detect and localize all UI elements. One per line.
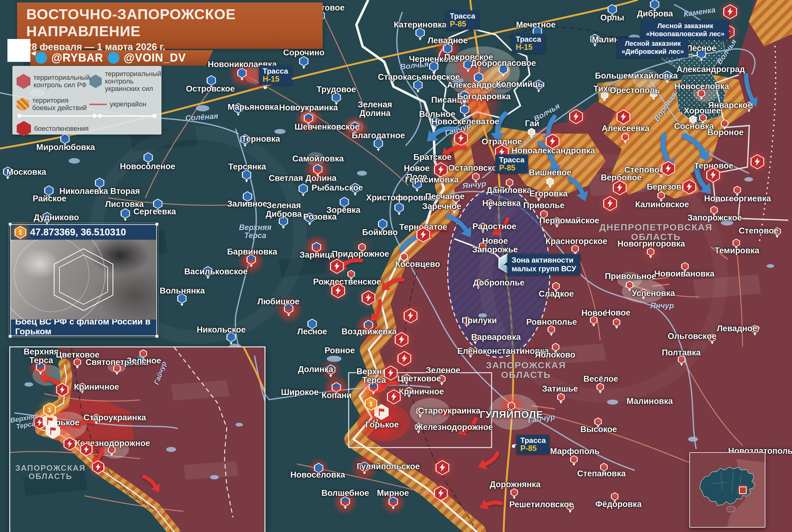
channels-bar: @RYBAR @VOIN_DV (30, 50, 213, 65)
ru-control-icon (17, 74, 30, 89)
badge-number: 1 (15, 226, 26, 239)
fortified-line-icon (89, 103, 107, 105)
legend-item-ru-control: территориальный контроль сил РФ (17, 70, 89, 93)
photo-coordinates: 47.873369, 36.510310 (30, 227, 126, 238)
photo-inset-card: 1 47.873369, 36.510310 Боец ВС РФ с флаг… (10, 224, 157, 336)
detail-inset-map: Верхняя ТерсаЦветковоеСвятопетровкаЗелен… (9, 346, 265, 532)
photo-image (11, 240, 156, 320)
map-wdot (264, 86, 267, 89)
channel-handle-voindv[interactable]: @VOIN_DV (124, 51, 186, 64)
legend-item-combat-zone: территория боевых действий (17, 97, 89, 112)
numbered-badge-icon: 1 (15, 226, 26, 239)
map-screenshot: БерестовоеКатериновкаСорочиноНовониколае… (0, 0, 792, 532)
clash-icon (17, 121, 31, 136)
map-wdot (506, 165, 509, 168)
telegram-icon (108, 52, 119, 64)
legend-label: укрепрайон (110, 100, 146, 108)
legend-label: территориальный контроль сил РФ (33, 74, 90, 89)
legend-scale-line (18, 115, 156, 117)
combat-zone-icon (17, 97, 29, 111)
map-wdot (512, 444, 515, 448)
target-hexagon-overlay (50, 247, 117, 312)
current-map-extent-square (739, 487, 746, 494)
title-block: ВОСТОЧНО-ЗАПОРОЖСКОЕ НАПРАВЛЕНИЕ 28 февр… (17, 2, 323, 49)
ua-control-icon (89, 75, 102, 88)
channel-handle-rybar[interactable]: @RYBAR (51, 51, 103, 64)
map-salient (357, 403, 410, 441)
legend-label: территориальный контроль украинских сил (105, 70, 161, 93)
photo-caption: Боец ВС РФ с флагом России в Горьком (11, 320, 156, 334)
legend-item-clashes: боестолкновения (17, 121, 157, 136)
photo-header: 1 47.873369, 36.510310 (11, 225, 156, 240)
legend-label: территория боевых действий (32, 97, 89, 112)
inset-map-canvas (10, 347, 265, 532)
legend-item-ua-control: территориальный контроль украинских сил (89, 70, 161, 93)
page-title: ВОСТОЧНО-ЗАПОРОЖСКОЕ НАПРАВЛЕНИЕ (26, 5, 323, 40)
qr-code (9, 40, 29, 61)
ukraine-locator-map (689, 452, 766, 528)
map-legend: территориальный контроль сил РФ территор… (12, 66, 162, 135)
legend-label: боестолкновения (34, 125, 89, 132)
legend-item-fortified: укрепрайон (89, 97, 161, 112)
